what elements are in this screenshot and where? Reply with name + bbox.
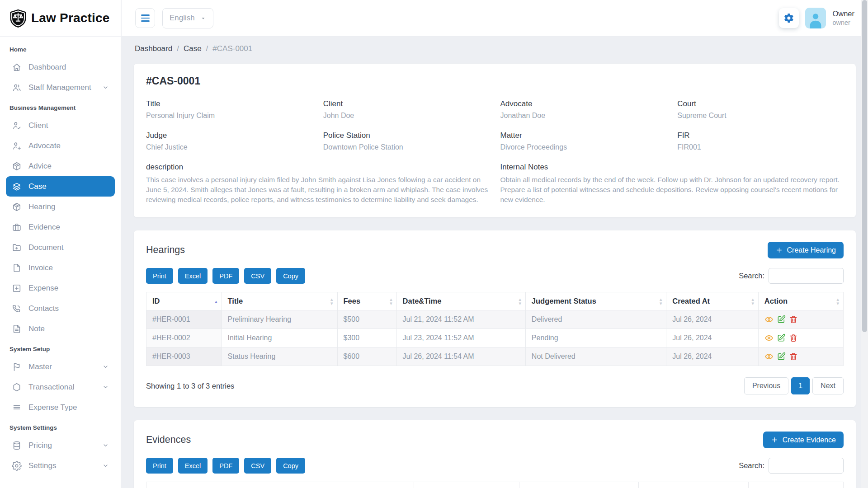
hearings-search: Search: — [739, 268, 844, 284]
hearings-search-input[interactable] — [769, 268, 844, 284]
evidences-column-header-attachment[interactable]: Attachment▲▼ — [519, 482, 638, 488]
hearings-export-csv-button[interactable]: CSV — [244, 268, 271, 284]
case-field-advocate: AdvocateJonathan Doe — [500, 99, 667, 120]
hearings-export-copy-button[interactable]: Copy — [276, 268, 305, 284]
sidebar-item-document[interactable]: Document — [6, 237, 115, 258]
evidences-column-header-created-at[interactable]: Created At▲▼ — [638, 482, 749, 488]
field-label: Client — [323, 99, 490, 108]
evidences-card: Evidences Create Evidence PrintExcelPDFC… — [134, 420, 856, 488]
sidebar-item-pricing[interactable]: Pricing — [6, 435, 115, 455]
page-1-button[interactable]: 1 — [791, 377, 810, 394]
view-button[interactable] — [764, 333, 774, 343]
evidences-search-input[interactable] — [769, 458, 844, 474]
logo[interactable]: Law Practice — [0, 0, 121, 37]
language-dropdown[interactable]: English — [162, 8, 213, 28]
hearings-export-pdf-button[interactable]: PDF — [212, 268, 239, 284]
user-meta: Owner owner — [832, 9, 854, 27]
sidebar-item-case[interactable]: Case — [6, 176, 115, 197]
view-button[interactable] — [764, 352, 774, 361]
field-label: FIR — [677, 131, 844, 140]
hearings-column-header-fees[interactable]: Fees▲▼ — [337, 292, 396, 310]
evidences-title: Evidences — [146, 434, 191, 446]
delete-button[interactable] — [789, 333, 798, 343]
evidences-export-excel-button[interactable]: Excel — [178, 458, 208, 474]
table-row: #HER-0003Status Hearing$600Jul 26, 2024 … — [146, 347, 844, 366]
delete-button[interactable] — [789, 352, 798, 361]
field-value: Divorce Proceedings — [500, 143, 667, 151]
sidebar-item-contacts[interactable]: Contacts — [6, 298, 115, 319]
table-cell: Jul 23, 2024 11:52 AM — [396, 329, 525, 347]
view-button[interactable] — [764, 315, 774, 324]
table-cell: Status Hearing — [222, 347, 337, 366]
evidences-column-header-hearing[interactable]: Hearing▲▼ — [276, 482, 414, 488]
sidebar-item-label: Client — [28, 121, 48, 130]
folder-plus-icon — [12, 243, 22, 253]
hearings-column-header-judgement-status[interactable]: Judgement Status▲▼ — [525, 292, 666, 310]
breadcrumb-dashboard[interactable]: Dashboard — [135, 44, 172, 53]
sidebar-item-master[interactable]: Master — [6, 357, 115, 377]
hearings-column-header-title[interactable]: Title▲▼ — [222, 292, 337, 310]
sidebar-item-transactional[interactable]: Transactional — [6, 377, 115, 397]
scrollbar-thumb[interactable] — [862, 0, 867, 332]
avatar[interactable] — [805, 8, 826, 28]
create-hearing-button[interactable]: Create Hearing — [768, 242, 844, 258]
header-right: Owner owner — [779, 8, 854, 28]
edit-button[interactable] — [777, 352, 786, 361]
table-cell: #HER-0001 — [146, 310, 222, 329]
hearings-column-header-action[interactable]: Action▲▼ — [758, 292, 843, 310]
note-icon — [12, 324, 22, 334]
hearings-export-excel-button[interactable]: Excel — [178, 268, 208, 284]
evidences-export-print-button[interactable]: Print — [146, 458, 173, 474]
search-label: Search: — [739, 272, 764, 280]
vertical-scrollbar[interactable] — [861, 0, 868, 488]
hearings-title: Hearings — [146, 244, 185, 256]
hearings-column-header-created-at[interactable]: Created At▲▼ — [666, 292, 759, 310]
sidebar-item-expense-type[interactable]: Expense Type — [6, 397, 115, 418]
sidebar-item-advocate[interactable]: Advocate — [6, 136, 115, 156]
plus-icon — [771, 436, 778, 444]
field-label: Police Station — [323, 131, 490, 140]
chevron-down-icon — [102, 384, 109, 390]
sidebar-item-advice[interactable]: Advice — [6, 156, 115, 176]
evidences-column-header-favor[interactable]: Favor▲▼ — [414, 482, 519, 488]
menu-toggle-button[interactable] — [135, 8, 155, 28]
edit-button[interactable] — [777, 315, 786, 324]
create-evidence-button[interactable]: Create Evidence — [763, 432, 844, 448]
evidences-export-csv-button[interactable]: CSV — [244, 458, 271, 474]
next-page-button[interactable]: Next — [812, 377, 844, 394]
sidebar-item-dashboard[interactable]: Dashboard — [6, 57, 115, 77]
evidences-export-copy-button[interactable]: Copy — [276, 458, 305, 474]
settings-button[interactable] — [779, 8, 799, 28]
breadcrumb-cas-0001: #CAS-0001 — [212, 44, 252, 53]
hearings-column-header-id[interactable]: ID▲ — [146, 292, 222, 310]
sidebar-item-settings[interactable]: Settings — [6, 455, 115, 476]
table-cell: Jul 26, 2024 11:54 AM — [396, 347, 525, 366]
sidebar-item-hearing[interactable]: Hearing — [6, 197, 115, 217]
breadcrumb-case[interactable]: Case — [184, 44, 202, 53]
sidebar-item-staff-management[interactable]: Staff Management — [6, 77, 115, 98]
user-check-icon — [12, 121, 22, 131]
action-cell — [758, 347, 843, 366]
case-field-police-station: Police StationDowntown Police Station — [323, 131, 490, 151]
hearings-export-print-button[interactable]: Print — [146, 268, 173, 284]
evidences-column-header-action[interactable]: Action▲▼ — [749, 482, 844, 488]
sidebar-item-expense[interactable]: Expense — [6, 278, 115, 298]
plus-square-icon — [12, 283, 22, 293]
breadcrumb: Dashboard/Case/#CAS-0001 — [135, 44, 856, 53]
sidebar-item-note[interactable]: Note — [6, 319, 115, 339]
delete-button[interactable] — [789, 315, 798, 324]
case-fields: TitlePersonal Injury ClaimClientJohn Doe… — [146, 99, 844, 151]
table-row: #HER-0002Initial Hearing$300Jul 23, 2024… — [146, 329, 844, 347]
sidebar-item-client[interactable]: Client — [6, 115, 115, 136]
edit-button[interactable] — [777, 333, 786, 343]
sidebar-item-invoice[interactable]: Invoice — [6, 258, 115, 278]
users-icon — [12, 83, 22, 93]
hearings-column-header-date-time[interactable]: Date&Time▲▼ — [396, 292, 525, 310]
sidebar-item-evidence[interactable]: Evidence — [6, 217, 115, 237]
case-field-judge: JudgeChief Justice — [146, 131, 312, 151]
person-icon — [807, 10, 825, 28]
evidences-export-pdf-button[interactable]: PDF — [212, 458, 239, 474]
app-title: Law Practice — [31, 11, 110, 25]
evidences-column-header-title[interactable]: Title▲ — [146, 482, 276, 488]
previous-page-button[interactable]: Previous — [744, 377, 788, 394]
